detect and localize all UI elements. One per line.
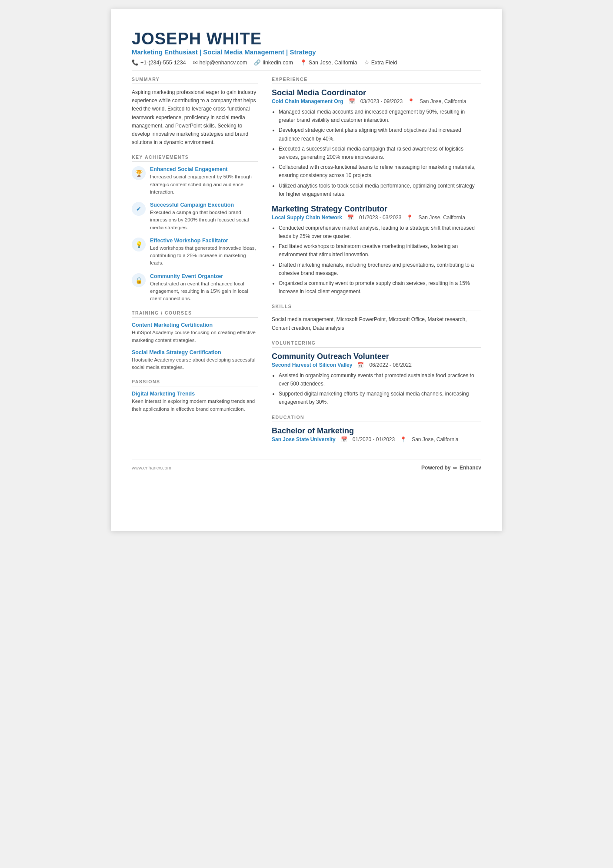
job-location: San Jose, California bbox=[418, 214, 465, 221]
contact-location: 📍 San Jose, California bbox=[300, 59, 357, 66]
achievement-content: Community Event Organizer Orchestrated a… bbox=[150, 273, 258, 303]
training-section-title: TRAINING / COURSES bbox=[132, 310, 258, 318]
bullet-item: Conducted comprehensive market analysis,… bbox=[279, 224, 481, 241]
job-title: Social Media Coordinator bbox=[272, 88, 481, 97]
passion-desc: Keen interest in exploring modern market… bbox=[132, 398, 258, 413]
brand-name: Enhancv bbox=[460, 465, 481, 471]
extra-icon: ☆ bbox=[364, 59, 370, 66]
linkedin-icon: 🔗 bbox=[254, 59, 261, 66]
edu-degree: Bachelor of Marketing bbox=[272, 426, 481, 436]
location-pin-icon: 📍 bbox=[406, 214, 413, 221]
job-location: San Jose, California bbox=[420, 98, 466, 104]
passions-section-title: PASSIONS bbox=[132, 379, 258, 386]
training-item: Content Marketing Certification HubSpot … bbox=[132, 322, 258, 344]
bullet-item: Organized a community event to promote s… bbox=[279, 279, 481, 296]
calendar-icon: 📅 bbox=[357, 362, 364, 368]
vol-bullets: Assisted in organizing community events … bbox=[279, 372, 481, 407]
bullet-item: Collaborated with cross-functional teams… bbox=[279, 163, 481, 180]
edu-school: San Jose State University bbox=[272, 436, 336, 442]
achievement-icon-bulb: 💡 bbox=[132, 238, 146, 251]
bullet-item: Supported digital marketing efforts by m… bbox=[279, 390, 481, 406]
candidate-name: JOSEPH WHITE bbox=[132, 30, 481, 48]
bullet-item: Assisted in organizing community events … bbox=[279, 372, 481, 388]
calendar-icon: 📅 bbox=[341, 436, 347, 442]
bullet-item: Utilized analytics tools to track social… bbox=[279, 182, 481, 198]
achievement-title: Enhanced Social Engagement bbox=[150, 166, 258, 172]
contact-info: 📞 +1-(234)-555-1234 ✉ help@enhancv.com 🔗… bbox=[132, 59, 481, 70]
job-meta: Local Supply Chain Network 📅 01/2023 - 0… bbox=[272, 214, 481, 221]
achievement-item: 🔒 Community Event Organizer Orchestrated… bbox=[132, 273, 258, 303]
training-title: Social Media Strategy Certification bbox=[132, 349, 258, 355]
resume-page: JOSEPH WHITE Marketing Enthusiast | Soci… bbox=[111, 9, 502, 531]
achievements-section-title: KEY ACHIEVEMENTS bbox=[132, 154, 258, 162]
email-icon: ✉ bbox=[193, 59, 198, 66]
achievement-title: Successful Campaign Execution bbox=[150, 202, 258, 208]
achievement-title: Effective Workshop Facilitator bbox=[150, 238, 258, 244]
achievement-content: Successful Campaign Execution Executed a… bbox=[150, 202, 258, 231]
edu-location: San Jose, California bbox=[412, 436, 458, 442]
achievement-desc: Orchestrated an event that enhanced loca… bbox=[150, 280, 258, 303]
left-column: SUMMARY Aspiring marketing professional … bbox=[132, 77, 258, 446]
achievement-item: 🏆 Enhanced Social Engagement Increased s… bbox=[132, 166, 258, 196]
skills-section-title: SKILLS bbox=[272, 304, 481, 311]
achievement-desc: Led workshops that generated innovative … bbox=[150, 245, 258, 267]
education-item: Bachelor of Marketing San Jose State Uni… bbox=[272, 426, 481, 442]
training-desc: Hootsuite Academy course about developin… bbox=[132, 356, 258, 372]
location-icon: 📍 bbox=[300, 59, 307, 66]
contact-email: ✉ help@enhancv.com bbox=[193, 59, 247, 66]
achievement-content: Effective Workshop Facilitator Led works… bbox=[150, 238, 258, 267]
achievement-icon-check: ✔ bbox=[132, 202, 146, 216]
location-pin-icon: 📍 bbox=[408, 98, 414, 104]
skills-text: Social media management, Microsoft Power… bbox=[272, 315, 481, 332]
main-columns: SUMMARY Aspiring marketing professional … bbox=[132, 77, 481, 446]
job-item: Social Media Coordinator Cold Chain Mana… bbox=[272, 88, 481, 198]
education-section-title: EDUCATION bbox=[272, 415, 481, 422]
job-date: 01/2023 - 03/2023 bbox=[359, 214, 401, 221]
experience-section-title: EXPERIENCE bbox=[272, 77, 481, 84]
bullet-item: Developed strategic content plans aligni… bbox=[279, 126, 481, 143]
achievement-icon-trophy: 🏆 bbox=[132, 166, 146, 180]
achievement-item: ✔ Successful Campaign Execution Executed… bbox=[132, 202, 258, 231]
brand-logo-icon: ∞ bbox=[453, 465, 457, 471]
training-desc: HubSpot Academy course focusing on creat… bbox=[132, 329, 258, 344]
candidate-tagline: Marketing Enthusiast | Social Media Mana… bbox=[132, 48, 481, 56]
vol-meta: Second Harvest of Silicon Valley 📅 06/20… bbox=[272, 362, 481, 368]
summary-text: Aspiring marketing professional eager to… bbox=[132, 88, 258, 147]
achievement-content: Enhanced Social Engagement Increased soc… bbox=[150, 166, 258, 196]
contact-linkedin: 🔗 linkedin.com bbox=[254, 59, 293, 66]
achievement-title: Community Event Organizer bbox=[150, 273, 258, 279]
contact-extra: ☆ Extra Field bbox=[364, 59, 397, 66]
vol-company: Second Harvest of Silicon Valley bbox=[272, 362, 352, 368]
job-item: Marketing Strategy Contributor Local Sup… bbox=[272, 204, 481, 296]
footer: www.enhancv.com Powered by ∞ Enhancv bbox=[132, 459, 481, 471]
location-pin-icon: 📍 bbox=[400, 436, 406, 442]
bullet-item: Managed social media accounts and increa… bbox=[279, 108, 481, 124]
job-company: Local Supply Chain Network bbox=[272, 214, 342, 221]
vol-title: Community Outreach Volunteer bbox=[272, 352, 481, 361]
training-title: Content Marketing Certification bbox=[132, 322, 258, 328]
job-bullets: Conducted comprehensive market analysis,… bbox=[279, 224, 481, 296]
edu-date: 01/2020 - 01/2023 bbox=[353, 436, 395, 442]
right-column: EXPERIENCE Social Media Coordinator Cold… bbox=[272, 77, 481, 446]
powered-by-text: Powered by bbox=[421, 465, 450, 471]
volunteering-item: Community Outreach Volunteer Second Harv… bbox=[272, 352, 481, 407]
job-meta: Cold Chain Management Org 📅 03/2023 - 09… bbox=[272, 98, 481, 104]
footer-website: www.enhancv.com bbox=[132, 465, 171, 470]
bullet-item: Facilitated workshops to brainstorm crea… bbox=[279, 242, 481, 259]
achievement-icon-lock: 🔒 bbox=[132, 273, 146, 287]
calendar-icon: 📅 bbox=[349, 98, 355, 104]
contact-phone: 📞 +1-(234)-555-1234 bbox=[132, 59, 186, 66]
achievement-desc: Executed a campaign that boosted brand i… bbox=[150, 209, 258, 231]
header: JOSEPH WHITE Marketing Enthusiast | Soci… bbox=[132, 30, 481, 70]
job-title: Marketing Strategy Contributor bbox=[272, 204, 481, 214]
job-company: Cold Chain Management Org bbox=[272, 98, 343, 104]
phone-icon: 📞 bbox=[132, 59, 139, 66]
training-item: Social Media Strategy Certification Hoot… bbox=[132, 349, 258, 372]
vol-date: 06/2022 - 08/2022 bbox=[369, 362, 411, 368]
footer-brand: Powered by ∞ Enhancv bbox=[421, 465, 481, 471]
achievement-item: 💡 Effective Workshop Facilitator Led wor… bbox=[132, 238, 258, 267]
bullet-item: Drafted marketing materials, including b… bbox=[279, 261, 481, 278]
volunteering-section-title: VOLUNTEERING bbox=[272, 340, 481, 348]
calendar-icon: 📅 bbox=[347, 214, 354, 221]
passion-title: Digital Marketing Trends bbox=[132, 391, 258, 397]
